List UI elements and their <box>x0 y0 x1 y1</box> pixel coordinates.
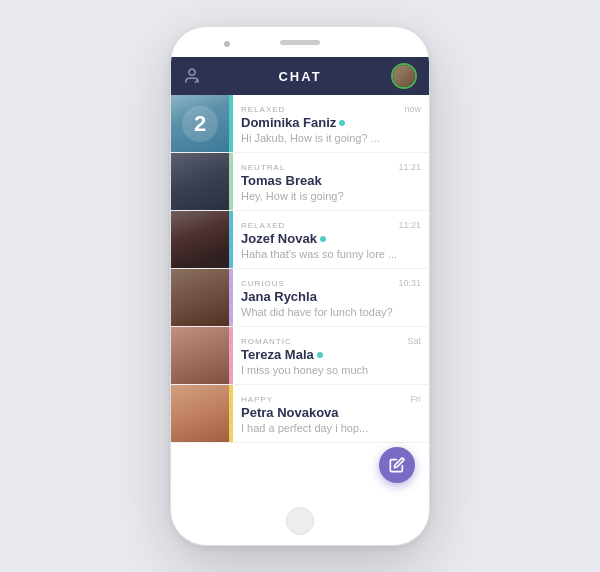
chat-mood: CURIOUS <box>241 279 285 288</box>
chat-meta: RELAXED 11:21 <box>241 220 421 230</box>
chat-item[interactable]: HAPPY Fri Petra Novakova I had a perfect… <box>171 385 429 443</box>
avatar-photo <box>171 327 229 384</box>
chat-avatar <box>171 327 229 384</box>
chat-preview: I had a perfect day i hop... <box>241 422 421 434</box>
chat-name-row: Jana Rychla <box>241 289 421 304</box>
chat-item[interactable]: ROMANTIC Sat Tereza Mala I miss you hone… <box>171 327 429 385</box>
chat-mood: HAPPY <box>241 395 273 404</box>
chat-name-row: Jozef Novak <box>241 231 421 246</box>
chat-time: 10:31 <box>398 278 421 288</box>
online-indicator <box>317 352 323 358</box>
header-title: CHAT <box>278 69 321 84</box>
chat-preview: Hi Jakub, How is it going? ... <box>241 132 421 144</box>
chat-mood: RELAXED <box>241 105 285 114</box>
chat-avatar <box>171 153 229 210</box>
chat-preview: I miss you honey so much <box>241 364 421 376</box>
chat-content: CURIOUS 10:31 Jana Rychla What did have … <box>233 269 429 326</box>
avatar-photo <box>171 269 229 326</box>
chat-avatar: 2 <box>171 95 229 152</box>
chat-preview: Haha that's was so funny lore ... <box>241 248 421 260</box>
chat-meta: NEUTRAL 11:21 <box>241 162 421 172</box>
chat-time: 11:21 <box>398 220 421 230</box>
online-indicator <box>320 236 326 242</box>
avatar-photo <box>171 153 229 210</box>
chat-mood: ROMANTIC <box>241 337 292 346</box>
screen: CHAT 2 RELAXED now Dominika Faniz <box>171 57 429 497</box>
chat-content: NEUTRAL 11:21 Tomas Break Hey, How it is… <box>233 153 429 210</box>
chat-preview: What did have for lunch today? <box>241 306 421 318</box>
chat-avatar <box>171 269 229 326</box>
chat-name: Petra Novakova <box>241 405 339 420</box>
avatar-image <box>393 65 415 87</box>
chat-item[interactable]: CURIOUS 10:31 Jana Rychla What did have … <box>171 269 429 327</box>
chat-name-row: Tereza Mala <box>241 347 421 362</box>
phone-frame: CHAT 2 RELAXED now Dominika Faniz <box>170 26 430 546</box>
unread-badge: 2 <box>182 106 218 142</box>
contacts-icon-button[interactable] <box>183 67 201 85</box>
chat-mood: RELAXED <box>241 221 285 230</box>
chat-preview: Hey, How it is going? <box>241 190 421 202</box>
header: CHAT <box>171 57 429 95</box>
chat-name: Dominika Faniz <box>241 115 336 130</box>
phone-camera <box>224 41 230 47</box>
compose-button[interactable] <box>379 447 415 483</box>
chat-avatar <box>171 211 229 268</box>
avatar-photo: 2 <box>171 95 229 152</box>
chat-name-row: Tomas Break <box>241 173 421 188</box>
chat-item[interactable]: NEUTRAL 11:21 Tomas Break Hey, How it is… <box>171 153 429 211</box>
online-indicator <box>339 120 345 126</box>
chat-name-row: Dominika Faniz <box>241 115 421 130</box>
phone-speaker <box>280 40 320 45</box>
chat-meta: HAPPY Fri <box>241 394 421 404</box>
chat-avatar <box>171 385 229 442</box>
chat-time: Fri <box>411 394 422 404</box>
chat-name: Tomas Break <box>241 173 322 188</box>
chat-meta: CURIOUS 10:31 <box>241 278 421 288</box>
chat-item[interactable]: RELAXED 11:21 Jozef Novak Haha that's wa… <box>171 211 429 269</box>
chat-item[interactable]: 2 RELAXED now Dominika Faniz Hi Jakub, H… <box>171 95 429 153</box>
home-button[interactable] <box>286 507 314 535</box>
svg-point-0 <box>189 69 195 75</box>
chat-name: Jana Rychla <box>241 289 317 304</box>
chat-name: Jozef Novak <box>241 231 317 246</box>
chat-time: now <box>404 104 421 114</box>
compose-icon <box>389 457 405 473</box>
user-avatar[interactable] <box>391 63 417 89</box>
chat-meta: ROMANTIC Sat <box>241 336 421 346</box>
chat-content: RELAXED 11:21 Jozef Novak Haha that's wa… <box>233 211 429 268</box>
chat-content: ROMANTIC Sat Tereza Mala I miss you hone… <box>233 327 429 384</box>
chat-time: Sat <box>407 336 421 346</box>
avatar-photo <box>171 211 229 268</box>
chat-name-row: Petra Novakova <box>241 405 421 420</box>
avatar-photo <box>171 385 229 442</box>
chat-list: 2 RELAXED now Dominika Faniz Hi Jakub, H… <box>171 95 429 497</box>
chat-meta: RELAXED now <box>241 104 421 114</box>
chat-mood: NEUTRAL <box>241 163 285 172</box>
chat-content: RELAXED now Dominika Faniz Hi Jakub, How… <box>233 95 429 152</box>
chat-name: Tereza Mala <box>241 347 314 362</box>
chat-content: HAPPY Fri Petra Novakova I had a perfect… <box>233 385 429 442</box>
chat-time: 11:21 <box>398 162 421 172</box>
